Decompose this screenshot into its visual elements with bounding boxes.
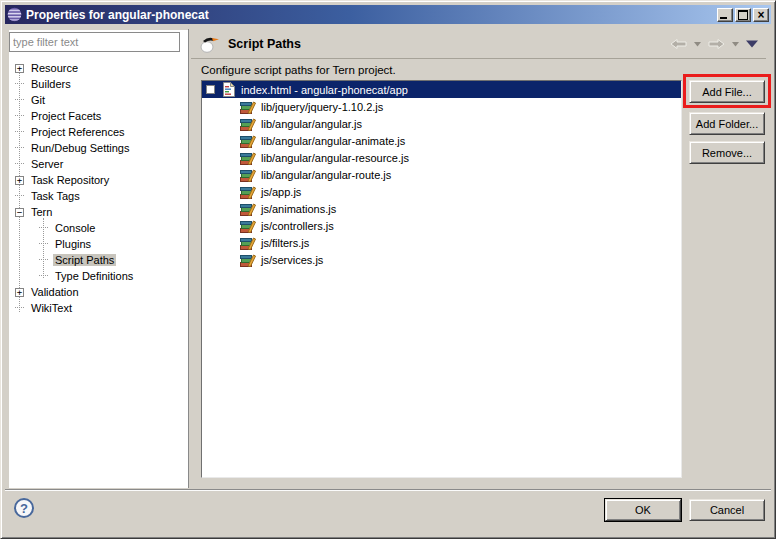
script-path-label: lib/jquery/jquery-1.10.2.js — [261, 101, 383, 113]
filter-input[interactable] — [9, 32, 180, 52]
sidebar-item-label: Task Repository — [29, 174, 111, 186]
tree-branch-icon — [15, 99, 24, 101]
forward-dropdown-icon[interactable] — [732, 42, 739, 47]
script-file-icon — [240, 150, 256, 166]
sidebar-item-git[interactable]: Git — [9, 92, 188, 108]
script-path-label: lib/angular/angular-animate.js — [261, 135, 405, 147]
remove-button[interactable]: Remove... — [689, 141, 765, 164]
script-path-row[interactable]: js/app.js — [202, 183, 681, 200]
script-path-row[interactable]: js/services.js — [202, 251, 681, 268]
script-path-label: js/controllers.js — [261, 220, 334, 232]
sidebar-item-label: Plugins — [53, 238, 93, 250]
sidebar-item-console[interactable]: Console — [9, 220, 188, 236]
script-file-icon — [240, 235, 256, 251]
script-list-children: lib/jquery/jquery-1.10.2.js lib/angular/… — [202, 98, 681, 268]
section-title: Script Paths — [228, 37, 301, 51]
sidebar-item-wikitext[interactable]: WikiText — [9, 300, 188, 316]
sidebar-item-validation[interactable]: +Validation — [9, 284, 188, 300]
tree-branch-icon — [15, 83, 24, 85]
script-path-row[interactable]: lib/angular/angular-animate.js — [202, 132, 681, 149]
script-path-row[interactable]: lib/angular/angular.js — [202, 115, 681, 132]
maximize-button[interactable] — [735, 8, 751, 22]
collapse-icon[interactable]: − — [15, 208, 24, 217]
cancel-button[interactable]: Cancel — [689, 499, 765, 521]
sidebar-item-label: Resource — [29, 62, 80, 74]
sidebar-item-project-facets[interactable]: Project Facets — [9, 108, 188, 124]
script-path-row[interactable]: lib/angular/angular-resource.js — [202, 149, 681, 166]
script-path-label: js/services.js — [261, 254, 323, 266]
expand-icon[interactable]: + — [15, 288, 24, 297]
sidebar-item-tern[interactable]: −Tern — [9, 204, 188, 220]
script-file-icon — [240, 218, 256, 234]
minimize-button[interactable] — [717, 8, 733, 22]
sidebar-item-run-debug-settings[interactable]: Run/Debug Settings — [9, 140, 188, 156]
tree-branch-icon — [15, 131, 24, 133]
sidebar-item-label: WikiText — [29, 302, 74, 314]
sidebar-item-task-repository[interactable]: +Task Repository — [9, 172, 188, 188]
script-file-icon — [240, 167, 256, 183]
sidebar-item-label: Script Paths — [53, 254, 116, 266]
properties-dialog: Properties for angular-phonecat × +Resou… — [0, 0, 776, 539]
help-button[interactable]: ? — [14, 498, 34, 518]
section-header: Script Paths — [191, 31, 766, 57]
script-file-icon — [240, 116, 256, 132]
sidebar-item-label: Type Definitions — [53, 270, 135, 282]
script-path-label: lib/angular/angular-resource.js — [261, 152, 409, 164]
sidebar-item-label: Run/Debug Settings — [29, 142, 131, 154]
sidebar-item-resource[interactable]: +Resource — [9, 60, 188, 76]
description-text: Configure script paths for Tern project. — [201, 64, 396, 76]
tree-branch-icon — [15, 147, 24, 149]
sidebar-item-label: Validation — [29, 286, 81, 298]
expand-icon[interactable]: + — [15, 176, 24, 185]
script-file-icon — [240, 201, 256, 217]
back-dropdown-icon[interactable] — [694, 42, 701, 47]
sidebar-item-script-paths[interactable]: Script Paths — [9, 252, 188, 268]
add-file-button[interactable]: Add File... — [689, 80, 765, 103]
footer-divider — [5, 489, 771, 491]
tree-branch-icon — [15, 307, 24, 309]
minimize-icon — [720, 17, 727, 19]
ok-button[interactable]: OK — [605, 499, 681, 521]
view-menu-button[interactable] — [746, 40, 758, 48]
sidebar-item-type-definitions[interactable]: Type Definitions — [9, 268, 188, 284]
tern-icon — [200, 35, 220, 53]
script-file-icon — [240, 99, 256, 115]
sidebar-item-builders[interactable]: Builders — [9, 76, 188, 92]
html-file-icon — [222, 82, 235, 97]
panel-divider — [188, 29, 189, 488]
script-path-label: js/filters.js — [261, 237, 309, 249]
sidebar-item-plugins[interactable]: Plugins — [9, 236, 188, 252]
header-nav — [670, 38, 758, 50]
sidebar-tree: +ResourceBuildersGitProject FacetsProjec… — [9, 60, 188, 488]
script-path-row[interactable]: lib/angular/angular-route.js — [202, 166, 681, 183]
script-path-row[interactable]: js/filters.js — [202, 234, 681, 251]
script-path-label: lib/angular/angular-route.js — [261, 169, 391, 181]
script-path-row[interactable]: js/animations.js — [202, 200, 681, 217]
back-button[interactable] — [670, 38, 687, 50]
tree-branch-icon — [15, 163, 24, 165]
sidebar-item-label: Console — [53, 222, 97, 234]
script-path-row[interactable]: js/controllers.js — [202, 217, 681, 234]
sidebar: +ResourceBuildersGitProject FacetsProjec… — [9, 30, 188, 488]
sidebar-item-label: Tern — [29, 206, 54, 218]
forward-button[interactable] — [708, 38, 725, 50]
script-path-row[interactable]: lib/jquery/jquery-1.10.2.js — [202, 98, 681, 115]
tree-branch-icon — [39, 227, 48, 229]
sidebar-item-label: Task Tags — [29, 190, 82, 202]
maximize-icon — [738, 10, 748, 20]
script-root-row[interactable]: − index.html - angular-phonecat/app — [202, 81, 681, 98]
title-bar: Properties for angular-phonecat × — [5, 5, 771, 24]
tree-branch-icon — [39, 259, 48, 261]
collapse-icon[interactable]: − — [206, 85, 215, 94]
close-icon: × — [757, 10, 764, 20]
sidebar-item-task-tags[interactable]: Task Tags — [9, 188, 188, 204]
script-file-icon — [240, 133, 256, 149]
header-divider — [191, 58, 766, 59]
add-folder-button[interactable]: Add Folder... — [689, 112, 765, 135]
sidebar-item-server[interactable]: Server — [9, 156, 188, 172]
sidebar-item-label: Project Facets — [29, 110, 103, 122]
sidebar-item-project-references[interactable]: Project References — [9, 124, 188, 140]
expand-icon[interactable]: + — [15, 64, 24, 73]
close-button[interactable]: × — [753, 8, 769, 22]
tree-branch-icon — [15, 115, 24, 117]
